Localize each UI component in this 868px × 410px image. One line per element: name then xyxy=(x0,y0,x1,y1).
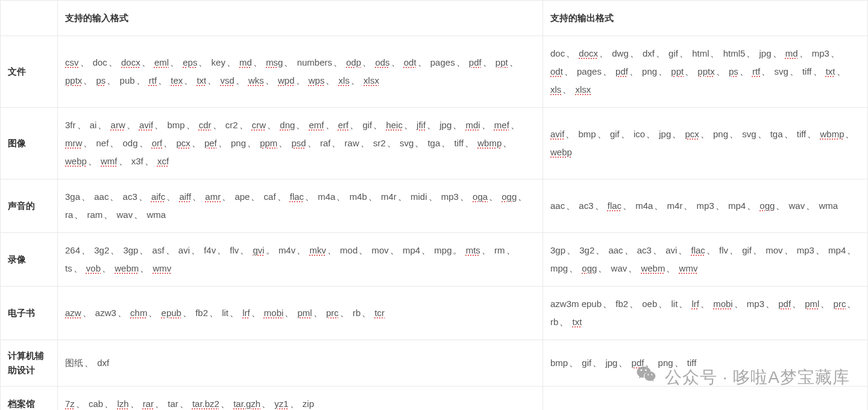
format-token: ogg xyxy=(582,263,597,273)
format-token: oeb xyxy=(642,299,657,309)
separator: 、 xyxy=(404,120,415,130)
format-token: wav xyxy=(611,263,627,273)
separator: 、 xyxy=(74,263,85,273)
separator: 、 xyxy=(623,200,634,211)
format-token: caf xyxy=(264,191,276,202)
format-token: yz1 xyxy=(274,399,288,409)
output-formats-cell: doc、 docx、 dwg、 dxf、 gif、 html、 html5、 j… xyxy=(543,36,868,108)
table-row: 计算机辅助设计图纸、 dxfbmp、 gif、 jpg、 pdf、 png、 t… xyxy=(1,340,868,387)
format-token: ods xyxy=(375,57,389,67)
separator: 、 xyxy=(599,48,611,58)
format-token: flac xyxy=(290,191,304,202)
separator: 、 xyxy=(672,129,684,139)
separator: 、 xyxy=(675,358,686,368)
separator: 、 xyxy=(192,191,204,202)
separator: 、 xyxy=(221,399,232,409)
format-token: webm xyxy=(115,263,139,273)
separator: 、 xyxy=(253,57,265,67)
separator: 、 xyxy=(427,120,438,130)
format-token: doc xyxy=(93,57,107,67)
separator: 、 xyxy=(421,245,433,255)
format-token: oga xyxy=(473,191,488,202)
output-formats-cell: avif、 bmp、 gif、 ico、 jpg、 pcx、 png、 svg、… xyxy=(543,108,868,179)
format-token: pages xyxy=(577,66,602,76)
format-token: tiff xyxy=(687,358,697,368)
format-token: pages xyxy=(430,57,455,67)
format-token: dwg xyxy=(612,48,629,58)
separator: 、 xyxy=(766,299,777,309)
separator: 、 xyxy=(806,200,817,211)
format-token: cdr xyxy=(199,120,212,130)
format-token: azw3 xyxy=(95,308,116,318)
format-token: jpg xyxy=(659,129,671,139)
separator: 、 xyxy=(758,129,769,139)
format-token: vob xyxy=(86,263,101,273)
format-token: mpg xyxy=(550,263,568,273)
format-token: ppt xyxy=(495,57,508,67)
separator: 、 xyxy=(441,138,453,148)
separator: 、 xyxy=(773,48,784,58)
format-token: ps xyxy=(729,66,738,76)
table-row: 文件csv、 doc、 docx、 eml、 eps、 key、 md、 msg… xyxy=(1,36,868,108)
separator: 、 xyxy=(166,191,178,202)
format-token: webm xyxy=(641,263,665,273)
format-token: avi xyxy=(665,245,677,255)
separator: 、 xyxy=(362,57,374,67)
separator: 、 xyxy=(313,308,325,318)
format-token: svg xyxy=(400,138,414,148)
separator: 、 xyxy=(790,66,801,76)
separator: 、 xyxy=(729,245,741,255)
format-token: aiff xyxy=(179,191,191,202)
separator: 、 xyxy=(98,120,109,130)
separator: 、 xyxy=(618,358,630,368)
format-token: html5 xyxy=(723,48,746,58)
format-token: eml xyxy=(154,57,169,67)
output-formats-cell: aac、 ac3、 flac、 m4a、 m4r、 mp3、 mp4、 ogg、… xyxy=(543,179,868,233)
separator: 、 xyxy=(415,138,426,148)
separator: 、 xyxy=(624,245,636,255)
format-token: aac xyxy=(608,245,623,255)
format-token: pdf xyxy=(632,358,644,368)
format-token: html xyxy=(692,48,709,58)
separator: 、 xyxy=(453,120,464,130)
format-token: 3fr xyxy=(65,120,76,130)
separator: 、 xyxy=(710,48,722,58)
separator: 、 xyxy=(139,191,150,202)
separator: 、 xyxy=(628,263,640,273)
output-formats-cell: azw3m epub、 fb2、 oeb、 lit、 lrf、 mobi、 mp… xyxy=(543,287,868,340)
separator: 、 xyxy=(456,57,468,67)
separator: 、 xyxy=(136,75,148,85)
format-token: lit xyxy=(671,299,678,309)
format-token: tga xyxy=(427,138,440,148)
table-row: 档案馆7z、 cab、 lzh、 rar、 tar、 tar.bz2、 tar.… xyxy=(1,387,868,411)
separator: 、 xyxy=(110,138,121,148)
separator: 、 xyxy=(429,191,440,202)
separator: 、 xyxy=(598,263,609,273)
output-formats-cell: 3gp、 3g2、 aac、 ac3、 avi、 flac、 flv、 gif、… xyxy=(543,233,868,287)
separator: 、 xyxy=(81,191,93,202)
format-token: rb xyxy=(353,308,360,318)
separator: 、 xyxy=(297,245,308,255)
table-row: 录像264、 3g2、 3gp、 asf、 avi、 f4v、 flv、 gvi… xyxy=(1,233,868,287)
separator: 、 xyxy=(706,245,718,255)
separator: 、 xyxy=(192,138,203,148)
separator: 、 xyxy=(130,399,142,409)
format-token: jfif xyxy=(417,120,426,130)
format-token: numbers xyxy=(297,57,332,67)
format-token: mpg xyxy=(434,245,451,255)
format-token: rm xyxy=(494,245,505,255)
separator: 、 xyxy=(729,129,741,139)
separator: 、 xyxy=(267,120,278,130)
separator: 、 xyxy=(230,308,241,318)
separator: 、 xyxy=(80,57,92,67)
separator: 、 xyxy=(158,75,169,85)
separator: 、 xyxy=(684,200,695,211)
separator: 、 xyxy=(685,66,696,76)
separator: 、 xyxy=(845,129,854,139)
format-token: gif xyxy=(668,48,678,58)
format-token: jpg xyxy=(439,120,451,130)
separator: 、 xyxy=(183,308,194,318)
separator: 、 xyxy=(74,210,86,220)
separator: 、 xyxy=(679,299,690,309)
separator: 、 xyxy=(350,120,361,130)
